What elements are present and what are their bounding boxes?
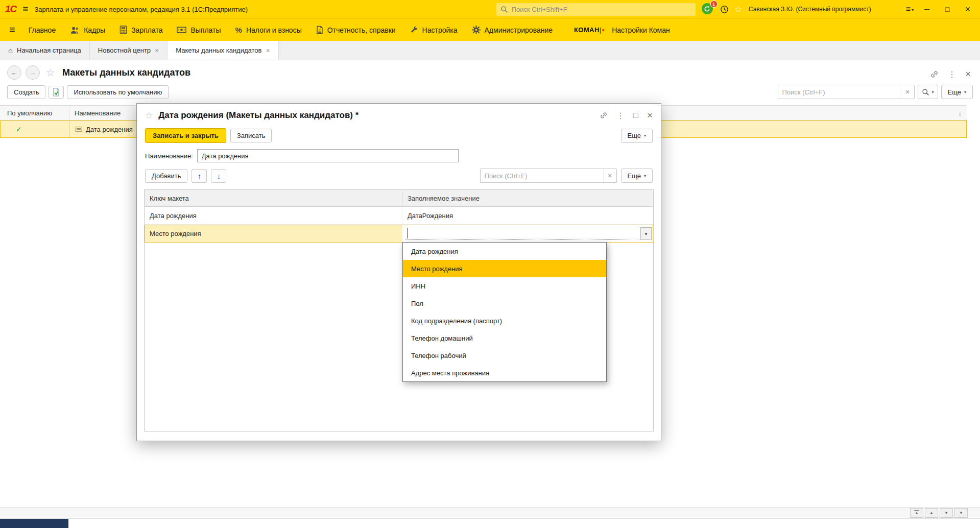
tab-label: Макеты данных кандидатов (176, 46, 261, 54)
more-menu-icon[interactable]: ⋮ (948, 69, 956, 79)
link-icon[interactable] (600, 111, 608, 119)
dropdown-item-selected[interactable]: Место рождения (403, 260, 606, 277)
current-user[interactable]: Савинская З.Ю. (Системный программист) (749, 6, 871, 13)
save-button[interactable]: Записать (230, 129, 272, 142)
section-label: Администрирование (485, 26, 553, 34)
app-logo-1c: 1С (5, 4, 16, 15)
section-koman-settings[interactable]: Настройки Коман (605, 19, 677, 41)
dialog-title: Дата рождения (Макеты данных кандидатов)… (158, 110, 358, 121)
percent-icon: % (235, 26, 242, 34)
dropdown-item[interactable]: Пол (403, 295, 606, 312)
more-label: Еще (948, 88, 961, 96)
dropdown-item[interactable]: Телефон домашний (403, 329, 606, 347)
calculator-icon (119, 26, 127, 34)
global-search-input[interactable]: Поиск Ctrl+Shift+F (496, 3, 696, 16)
history-icon[interactable] (720, 5, 729, 14)
text-cursor (408, 228, 408, 238)
use-default-button[interactable]: Использовать по умолчанию (67, 85, 169, 99)
tab-candidate-data-layouts[interactable]: Макеты данных кандидатов × (168, 41, 278, 60)
value-cell[interactable]: ДатаРождения (402, 207, 653, 224)
section-taxes[interactable]: % Налоги и взносы (228, 19, 309, 41)
element-edit-dialog: ☆ Дата рождения (Макеты данных кандидато… (136, 103, 661, 441)
list-search-input[interactable] (778, 85, 901, 99)
move-down-button[interactable]: ↓ (211, 169, 226, 183)
scroll-to-bottom-button[interactable]: ▼ (954, 508, 968, 518)
sections-menu-icon[interactable]: ≡ (9, 24, 15, 36)
combo-dropdown-button[interactable]: ▾ (640, 227, 652, 240)
layout-item-icon (75, 126, 82, 133)
brand-text: КОМАН (574, 26, 600, 34)
search-icon (500, 6, 508, 13)
table-row[interactable]: Дата рождения ДатаРождения (145, 207, 653, 225)
row-name: Дата рождения (86, 126, 133, 133)
name-input[interactable] (197, 149, 459, 162)
tab-label: Начальная страница (17, 46, 81, 54)
maximize-button[interactable]: □ (940, 5, 954, 13)
section-payments[interactable]: Выплаты (170, 19, 228, 41)
search-icon (922, 88, 929, 96)
column-header-value[interactable]: Заполняемое значение (402, 190, 653, 206)
section-reports[interactable]: Отчетность, справки (309, 19, 403, 41)
favorite-star-icon[interactable]: ☆ (46, 66, 55, 79)
main-menu-icon[interactable]: ≡ (22, 4, 28, 15)
name-field-row: Наименование: (137, 147, 661, 164)
close-icon[interactable]: × (266, 46, 270, 55)
dropdown-item[interactable]: ИНН (403, 277, 606, 295)
close-form-icon[interactable]: × (965, 68, 971, 80)
add-button[interactable]: Добавить (145, 169, 187, 183)
dialog-search-input[interactable] (481, 169, 603, 182)
clear-search-icon[interactable]: × (901, 85, 914, 99)
section-personnel[interactable]: Кадры (63, 19, 112, 41)
value-editor-input[interactable] (405, 228, 639, 239)
section-salary[interactable]: Зарплата (112, 19, 170, 41)
section-label: Кадры (84, 26, 105, 34)
scroll-down-button[interactable]: ▼ (940, 508, 953, 518)
scroll-to-top-button[interactable]: ▲ (910, 508, 923, 518)
create-button[interactable]: Создать (7, 85, 45, 99)
tab-label: Новостной центр (98, 46, 151, 54)
link-icon[interactable] (930, 70, 939, 79)
dialog-search-box: × (480, 169, 617, 183)
dropdown-item[interactable]: Код подразделения (паспорт) (403, 312, 606, 329)
dialog-controls: ⋮ □ × (600, 110, 653, 121)
forward-button[interactable]: → (26, 65, 40, 80)
search-options-button[interactable]: ▾ (918, 85, 938, 99)
scroll-buttons: ▲ ▲ ▼ ▼ (910, 508, 968, 518)
tab-news-center[interactable]: Новостной центр × (90, 41, 168, 60)
maximize-icon[interactable]: □ (633, 111, 638, 120)
service-menu-icon[interactable]: ≡▾ (906, 5, 914, 14)
table-header-row: Ключ макета Заполняемое значение (145, 190, 653, 207)
dropdown-item[interactable]: Адрес места проживания (403, 364, 606, 381)
section-settings[interactable]: Настройка (403, 19, 465, 41)
minimize-button[interactable]: ─ (920, 5, 934, 13)
dropdown-item[interactable]: Дата рождения (403, 243, 606, 260)
clear-search-icon[interactable]: × (603, 169, 616, 182)
key-cell-selected[interactable]: Место рождения (145, 225, 402, 243)
close-dialog-icon[interactable]: × (647, 110, 653, 121)
key-cell[interactable]: Дата рождения (145, 207, 402, 224)
column-header-key[interactable]: Ключ макета (145, 190, 402, 206)
scroll-up-button[interactable]: ▲ (925, 508, 938, 518)
more-button[interactable]: Еще ▾ (941, 85, 973, 99)
home-icon: ⌂ (8, 46, 13, 55)
dropdown-item[interactable]: Телефон рабочий (403, 347, 606, 364)
table-row-editing[interactable]: Место рождения ▾ (145, 225, 653, 243)
back-button[interactable]: ← (7, 65, 21, 80)
favorites-star-icon[interactable]: ☆ (735, 4, 743, 15)
section-main[interactable]: Главное (21, 19, 63, 41)
table-more-button[interactable]: Еще ▾ (621, 169, 653, 183)
close-window-button[interactable]: × (961, 4, 975, 15)
tab-home[interactable]: ⌂ Начальная страница (0, 41, 90, 60)
favorite-star-icon[interactable]: ☆ (145, 110, 153, 121)
save-and-close-button[interactable]: Записать и закрыть (145, 128, 226, 143)
dialog-more-button[interactable]: Еще ▾ (621, 129, 653, 143)
close-icon[interactable]: × (155, 46, 159, 55)
column-header-default[interactable]: По умолчанию (0, 106, 69, 120)
default-checkmark-icon: ✓ (1, 121, 70, 137)
report-icon (316, 26, 323, 34)
section-administration[interactable]: Администрирование (465, 19, 560, 41)
more-menu-icon[interactable]: ⋮ (616, 111, 625, 121)
copy-button[interactable] (49, 86, 64, 99)
move-up-button[interactable]: ↑ (192, 169, 207, 183)
updates-indicator[interactable]: 1 (702, 3, 714, 15)
